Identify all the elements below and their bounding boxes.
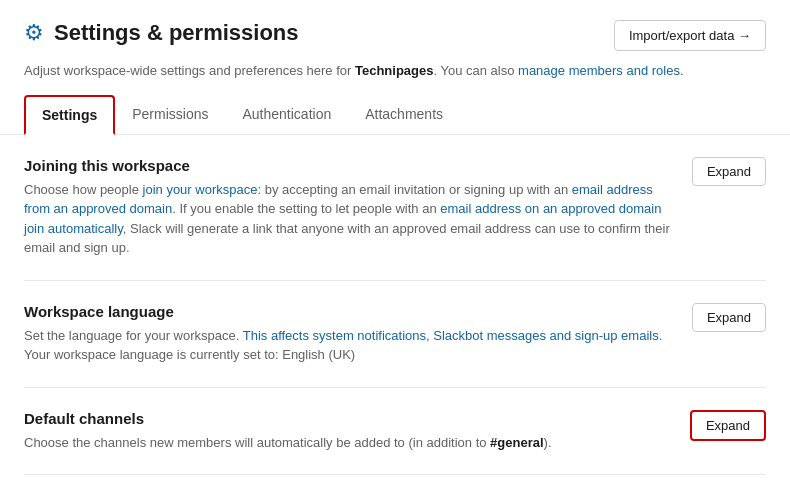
tab-permissions[interactable]: Permissions [115,95,225,135]
joining-workspace-section: Joining this workspace Choose how people… [24,135,766,281]
default-channels-title: Default channels [24,410,670,427]
joining-workspace-body: Joining this workspace Choose how people… [24,157,672,258]
workspace-language-title: Workspace language [24,303,672,320]
subtitle-prefix: Adjust workspace-wide settings and prefe… [24,63,355,78]
manage-members-link[interactable]: manage members and roles. [518,63,683,78]
content-area: Joining this workspace Choose how people… [0,135,790,476]
workspace-language-desc: Set the language for your workspace. Thi… [24,326,672,365]
default-channels-section: Default channels Choose the channels new… [24,388,766,476]
workspace-language-expand-button[interactable]: Expand [692,303,766,332]
joining-workspace-desc: Choose how people join your workspace: b… [24,180,672,258]
gear-icon: ⚙ [24,20,44,46]
tab-settings[interactable]: Settings [24,95,115,135]
default-channels-expand-button[interactable]: Expand [690,410,766,441]
tab-attachments[interactable]: Attachments [348,95,460,135]
import-export-button[interactable]: Import/export data → [614,20,766,51]
joining-workspace-expand-button[interactable]: Expand [692,157,766,186]
workspace-name: Technipages [355,63,434,78]
join-workspace-link[interactable]: join your workspace [143,182,258,197]
page-title: Settings & permissions [54,20,299,46]
workspace-language-body: Workspace language Set the language for … [24,303,672,365]
page-header: ⚙ Settings & permissions Import/export d… [0,0,790,61]
default-channels-body: Default channels Choose the channels new… [24,410,670,453]
subtitle-middle: . You can also [433,63,518,78]
general-channel: #general [490,435,543,450]
subtitle: Adjust workspace-wide settings and prefe… [0,61,790,95]
workspace-language-section: Workspace language Set the language for … [24,281,766,388]
joining-workspace-title: Joining this workspace [24,157,672,174]
tab-authentication[interactable]: Authentication [225,95,348,135]
language-affects-link[interactable]: This affects system notifications, Slack… [243,328,659,343]
tabs-bar: Settings Permissions Authentication Atta… [0,95,790,135]
default-channels-desc: Choose the channels new members will aut… [24,433,670,453]
header-left: ⚙ Settings & permissions [24,20,299,46]
